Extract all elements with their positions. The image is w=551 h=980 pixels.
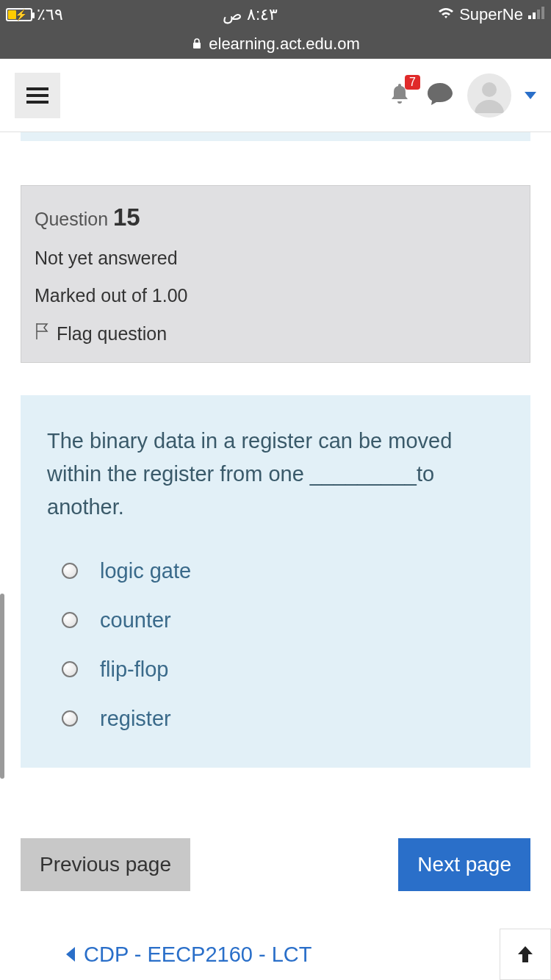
notifications-button[interactable]: 7 bbox=[386, 81, 413, 110]
url-bar[interactable]: elearning.act.edu.om bbox=[0, 29, 551, 59]
notification-badge: 7 bbox=[405, 75, 420, 90]
flag-question-link[interactable]: Flag question bbox=[35, 323, 516, 345]
hamburger-menu[interactable] bbox=[15, 73, 60, 118]
carrier-name: SuperNe bbox=[459, 5, 523, 24]
question-number-line: Question 15 bbox=[35, 203, 516, 231]
question-marks: Marked out of 1.00 bbox=[35, 285, 516, 306]
option-row[interactable]: counter bbox=[62, 608, 504, 633]
option-label: flip-flop bbox=[100, 657, 169, 682]
prev-panel-strip bbox=[21, 132, 530, 141]
messages-button[interactable] bbox=[426, 82, 454, 109]
svg-rect-5 bbox=[26, 87, 48, 90]
status-time: ٨:٤٣ ص bbox=[223, 5, 278, 24]
pager: Previous page Next page bbox=[21, 838, 530, 891]
status-right: SuperNe bbox=[437, 5, 545, 24]
battery-icon: ⚡ bbox=[6, 8, 32, 21]
flag-icon bbox=[35, 323, 49, 345]
option-row[interactable]: register bbox=[62, 707, 504, 731]
svg-rect-7 bbox=[26, 101, 48, 104]
option-radio[interactable] bbox=[62, 661, 78, 677]
flag-question-label: Flag question bbox=[57, 323, 167, 345]
svg-rect-2 bbox=[537, 10, 540, 19]
svg-rect-3 bbox=[541, 7, 544, 19]
option-row[interactable]: logic gate bbox=[62, 559, 504, 583]
status-left: ⚡ ٪٦٩ bbox=[6, 5, 63, 24]
svg-rect-0 bbox=[528, 15, 531, 19]
scrollbar[interactable] bbox=[0, 594, 4, 779]
scroll-to-top-button[interactable] bbox=[500, 929, 551, 980]
signal-icon bbox=[527, 5, 545, 24]
left-caret-icon bbox=[65, 943, 76, 967]
question-body: The binary data in a register can be mov… bbox=[21, 395, 530, 768]
next-page-button[interactable]: Next page bbox=[398, 838, 530, 891]
url-text: elearning.act.edu.om bbox=[209, 35, 359, 54]
lock-icon bbox=[191, 35, 203, 54]
svg-rect-1 bbox=[533, 12, 536, 19]
question-text: The binary data in a register can be mov… bbox=[47, 425, 504, 524]
bell-icon bbox=[386, 97, 413, 109]
options-list: logic gate counter flip-flop register bbox=[47, 559, 504, 731]
option-radio[interactable] bbox=[62, 710, 78, 727]
option-radio[interactable] bbox=[62, 612, 78, 628]
user-avatar[interactable] bbox=[467, 73, 511, 118]
svg-point-8 bbox=[482, 82, 497, 97]
svg-rect-6 bbox=[26, 94, 48, 97]
option-row[interactable]: flip-flop bbox=[62, 657, 504, 682]
wifi-icon bbox=[437, 5, 455, 24]
course-link-label: CDP - EECP2160 - LCT bbox=[84, 943, 312, 967]
option-radio[interactable] bbox=[62, 563, 78, 579]
course-link[interactable]: CDP - EECP2160 - LCT bbox=[65, 943, 530, 967]
status-bar: ⚡ ٪٦٩ ٨:٤٣ ص SuperNe bbox=[0, 0, 551, 29]
option-label: logic gate bbox=[100, 559, 191, 583]
top-nav: 7 bbox=[0, 59, 551, 132]
option-label: counter bbox=[100, 608, 171, 633]
user-menu-caret[interactable] bbox=[525, 89, 536, 102]
previous-page-button[interactable]: Previous page bbox=[21, 838, 190, 891]
question-number: 15 bbox=[113, 203, 140, 231]
question-label: Question bbox=[35, 209, 108, 229]
svg-rect-4 bbox=[193, 43, 201, 48]
question-info-box: Question 15 Not yet answered Marked out … bbox=[21, 185, 530, 363]
option-label: register bbox=[100, 707, 171, 731]
battery-percent: ٪٦٩ bbox=[37, 5, 63, 24]
question-status: Not yet answered bbox=[35, 248, 516, 269]
